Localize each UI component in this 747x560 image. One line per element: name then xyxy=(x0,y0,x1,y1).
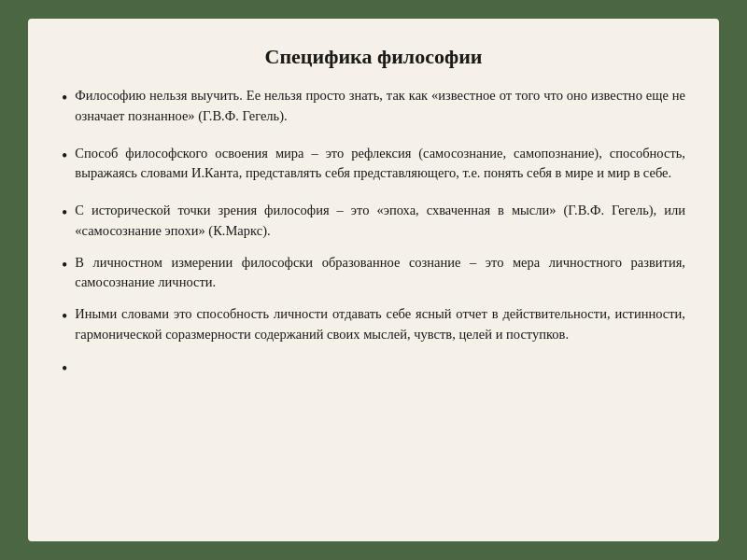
bullet-text: В личностном измерении философски образо… xyxy=(75,253,685,294)
content-area: •Философию нельзя выучить. Ее нельзя про… xyxy=(62,86,685,523)
bullet-text: С исторической точки зрения философия – … xyxy=(75,201,685,242)
list-item: •С исторической точки зрения философия –… xyxy=(62,201,685,242)
bullet-dot: • xyxy=(62,306,67,328)
bullet-dot: • xyxy=(62,88,67,109)
bullet-dot: • xyxy=(62,203,67,224)
bullet-text: Философию нельзя выучить. Ее нельзя прос… xyxy=(75,86,685,127)
list-item: •В личностном измерении философски образ… xyxy=(62,253,685,294)
list-item: •Философию нельзя выучить. Ее нельзя про… xyxy=(62,86,685,127)
list-item: • Иными словами это способность личности… xyxy=(62,304,685,345)
bullet-item-empty: • xyxy=(62,357,685,380)
bullet-dot: • xyxy=(62,255,67,276)
bullet-text: Способ философского освоения мира – это … xyxy=(75,144,685,185)
slide-container: Специфика философии •Философию нельзя вы… xyxy=(28,19,719,541)
bullet-dot: • xyxy=(62,358,67,380)
list-item: •Способ философского освоения мира – это… xyxy=(62,144,685,185)
slide-title: Специфика философии xyxy=(62,45,685,69)
bullet-dot: • xyxy=(62,146,67,167)
bullet-text: Иными словами это способность личности о… xyxy=(75,304,685,345)
bullet-list: •Философию нельзя выучить. Ее нельзя про… xyxy=(62,86,685,380)
